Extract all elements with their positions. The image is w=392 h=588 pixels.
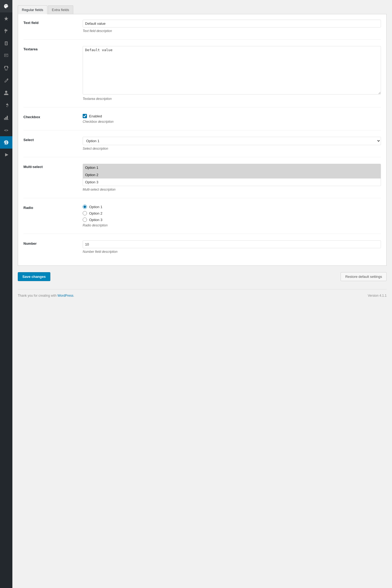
radio-item-2: Option 2: [83, 211, 381, 215]
select-label: Select: [23, 137, 83, 142]
checkbox-label: Checkbox: [23, 114, 83, 119]
play-icon[interactable]: [0, 149, 12, 161]
checkbox-text: Enabled: [89, 114, 102, 118]
text-field-row: Text field Text field description: [23, 20, 381, 40]
checkbox-description: Checkbox description: [83, 120, 381, 124]
radio-label-3: Option 3: [89, 218, 102, 222]
number-field-row: Number Number field description: [23, 240, 381, 260]
checkbox-input[interactable]: [83, 114, 87, 118]
radio-wrapper: Option 1 Option 2 Option 3 Radio descrip…: [83, 205, 381, 227]
tabs-container: Regular fields Extra fields: [18, 5, 387, 14]
pin-icon[interactable]: [0, 12, 12, 25]
checkbox-wrapper: Enabled Checkbox description: [83, 114, 381, 124]
appearance-icon[interactable]: [0, 62, 12, 74]
code-icon[interactable]: <>: [0, 124, 12, 136]
select-description: Select description: [83, 147, 381, 150]
wordpress-icon[interactable]: [0, 136, 12, 149]
footer: Thank you for creating with WordPress. V…: [18, 289, 387, 302]
textarea-label: Textarea: [23, 46, 83, 51]
number-label: Number: [23, 240, 83, 246]
plugin-icon[interactable]: [0, 25, 12, 37]
edit-icon[interactable]: [0, 74, 12, 87]
footer-version: Version 4.1.1: [368, 294, 387, 298]
multiselect-input[interactable]: Option 1 Option 2 Option 3: [83, 164, 381, 186]
radio-input-1[interactable]: [83, 205, 87, 209]
tab-extra-fields[interactable]: Extra fields: [48, 5, 73, 14]
form-container: Text field Text field description Textar…: [18, 14, 387, 266]
restore-button[interactable]: Restore default settings: [341, 272, 387, 281]
radio-input-2[interactable]: [83, 211, 87, 215]
number-wrapper: Number field description: [83, 240, 381, 254]
checkbox-row: Enabled: [83, 114, 381, 118]
radio-group: Option 1 Option 2 Option 3: [83, 205, 381, 222]
footer-credit: Thank you for creating with WordPress.: [18, 294, 74, 298]
select-wrapper: Option 1 Option 2 Option 3 Select descri…: [83, 137, 381, 150]
text-input[interactable]: [83, 20, 381, 27]
textarea-description: Textarea description: [83, 97, 381, 101]
radio-label-2: Option 2: [89, 211, 102, 215]
wordpress-link[interactable]: WordPress: [57, 294, 73, 298]
checkbox-field-row: Checkbox Enabled Checkbox description: [23, 114, 381, 130]
multiselect-wrapper: Option 1 Option 2 Option 3 Multi-select …: [83, 164, 381, 191]
radio-label: Radio: [23, 205, 83, 210]
stats-icon[interactable]: [0, 111, 12, 124]
textarea-input[interactable]: Default value: [83, 46, 381, 94]
main-content: Regular fields Extra fields Text field T…: [12, 0, 392, 588]
user-icon[interactable]: [0, 87, 12, 99]
text-field-wrapper: Text field description: [83, 20, 381, 33]
number-description: Number field description: [83, 250, 381, 254]
multiselect-label: Multi-select: [23, 164, 83, 169]
select-field-row: Select Option 1 Option 2 Option 3 Select…: [23, 137, 381, 157]
text-field-description: Text field description: [83, 29, 381, 33]
footer-period: .: [74, 294, 74, 298]
radio-label-1: Option 1: [89, 205, 102, 209]
text-field-label: Text field: [23, 20, 83, 25]
comments-icon[interactable]: [0, 50, 12, 62]
radio-field-row: Radio Option 1 Option 2 Option 3: [23, 205, 381, 234]
radio-item-3: Option 3: [83, 218, 381, 222]
footer-thank-you: Thank you for creating with: [18, 294, 57, 298]
save-button[interactable]: Save changes: [18, 272, 50, 281]
multiselect-description: Multi-select description: [83, 188, 381, 191]
multiselect-field-row: Multi-select Option 1 Option 2 Option 3 …: [23, 164, 381, 198]
pages-icon[interactable]: [0, 37, 12, 50]
actions-row: Save changes Restore default settings: [18, 272, 387, 281]
sidebar: <>: [0, 0, 12, 588]
radio-input-3[interactable]: [83, 218, 87, 222]
textarea-field-row: Textarea Default value Textarea descript…: [23, 46, 381, 107]
textarea-wrapper: Default value Textarea description: [83, 46, 381, 101]
select-input[interactable]: Option 1 Option 2 Option 3: [83, 137, 381, 145]
radio-description: Radio description: [83, 223, 381, 227]
paint-icon[interactable]: [0, 0, 12, 12]
tools-icon[interactable]: [0, 99, 12, 111]
radio-item-1: Option 1: [83, 205, 381, 209]
tab-regular-fields[interactable]: Regular fields: [18, 5, 47, 14]
number-input[interactable]: [83, 240, 381, 248]
